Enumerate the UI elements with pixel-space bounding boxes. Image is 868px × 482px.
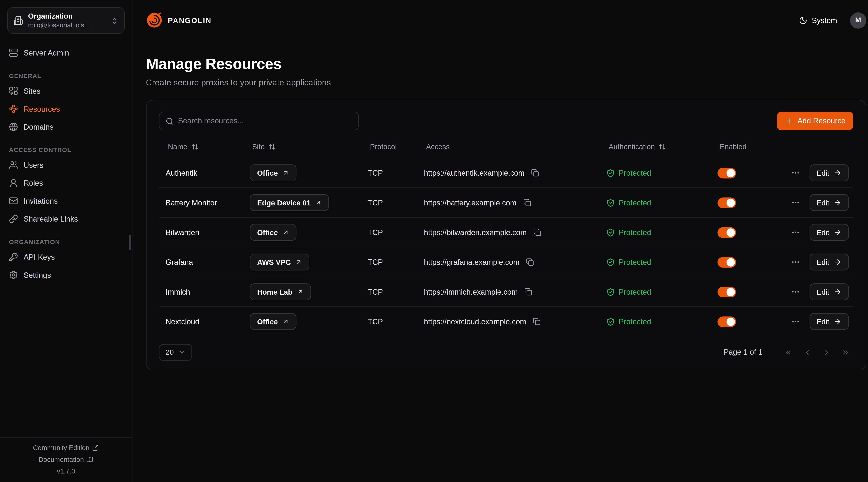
edit-button[interactable]: Edit	[809, 194, 849, 211]
copy-url-button[interactable]	[525, 257, 535, 267]
cell-enabled	[711, 247, 760, 277]
copy-icon	[533, 228, 541, 236]
site-link-button[interactable]: Office	[250, 164, 296, 181]
row-menu-button[interactable]	[790, 316, 801, 327]
enabled-toggle[interactable]	[717, 227, 736, 237]
theme-selector-button[interactable]: System	[799, 16, 837, 25]
sidebar-footer: Community Edition Documentation v1.7.0	[0, 437, 132, 482]
row-menu-button[interactable]	[790, 256, 801, 268]
row-menu-button[interactable]	[790, 227, 801, 238]
next-page-button[interactable]	[818, 344, 834, 360]
ellipsis-icon	[791, 198, 800, 207]
edit-button[interactable]: Edit	[809, 164, 849, 181]
access-url: https://bitwarden.example.com	[424, 228, 527, 237]
enabled-toggle[interactable]	[717, 286, 736, 297]
sidebar-item-server-admin[interactable]: Server Admin	[4, 44, 127, 62]
sidebar: Organization milo@fossorial.io's ... Ser…	[0, 0, 132, 482]
resource-table-body: Authentik Office TCP https://authentik.e…	[159, 158, 853, 336]
shield-check-icon	[607, 228, 615, 237]
avatar[interactable]: M	[850, 12, 866, 28]
copy-url-button[interactable]	[530, 168, 540, 178]
chevrons-up-down-icon	[111, 17, 118, 24]
site-link-button[interactable]: Edge Device 01	[250, 194, 329, 211]
access-url: https://grafana.example.com	[424, 258, 520, 266]
row-menu-button[interactable]	[790, 197, 801, 208]
search-input[interactable]	[178, 117, 352, 125]
previous-page-button[interactable]	[799, 344, 815, 360]
column-header-enabled: Enabled	[720, 142, 746, 151]
main-content: PANGOLIN System M Manage Resources Creat…	[132, 0, 868, 482]
site-name: Office	[257, 228, 278, 237]
sidebar-item-label: API Keys	[24, 253, 55, 261]
sidebar-item-sites[interactable]: Sites	[4, 82, 127, 100]
site-link-button[interactable]: Office	[250, 224, 296, 240]
first-page-button[interactable]	[780, 344, 796, 360]
toggle-knob	[726, 288, 735, 296]
sidebar-item-resources[interactable]: Resources	[4, 100, 127, 118]
page-size-select[interactable]: 20	[159, 344, 192, 360]
sidebar-item-label: Sites	[24, 87, 40, 95]
cell-actions: Edit	[760, 277, 854, 307]
page-size-value: 20	[166, 348, 174, 356]
site-link-button[interactable]: Office	[250, 313, 296, 330]
waypoints-icon	[9, 104, 18, 114]
enabled-toggle[interactable]	[717, 167, 736, 178]
copy-url-button[interactable]	[532, 317, 542, 327]
auth-status: Protected	[619, 288, 651, 296]
documentation-link[interactable]: Documentation	[38, 456, 93, 463]
sidebar-item-shareable-links[interactable]: Shareable Links	[4, 210, 127, 228]
cell-authentication: Protected	[600, 188, 711, 217]
enabled-toggle[interactable]	[717, 197, 736, 208]
edit-button[interactable]: Edit	[809, 254, 849, 270]
community-edition-link[interactable]: Community Edition	[33, 444, 99, 452]
row-menu-button[interactable]	[790, 286, 801, 297]
access-url: https://immich.example.com	[424, 288, 518, 296]
sort-by-name-button[interactable]: Name	[168, 142, 198, 151]
edit-button[interactable]: Edit	[809, 283, 849, 300]
cell-authentication: Protected	[600, 158, 711, 188]
sidebar-item-api-keys[interactable]: API Keys	[4, 248, 127, 266]
site-link-button[interactable]: Home Lab	[250, 283, 311, 300]
auth-status: Protected	[619, 228, 651, 237]
last-page-button[interactable]	[838, 344, 854, 360]
copy-url-button[interactable]	[523, 287, 533, 297]
enabled-toggle[interactable]	[717, 257, 736, 267]
shield-check-icon	[607, 198, 615, 207]
chevrons-left-icon	[784, 348, 792, 356]
table-row: Authentik Office TCP https://authentik.e…	[159, 158, 853, 188]
plus-icon	[785, 117, 794, 125]
sidebar-item-domains[interactable]: Domains	[4, 118, 127, 136]
pagination: Page 1 of 1	[723, 344, 853, 360]
arrow-right-icon	[834, 288, 841, 296]
card-toolbar: Add Resource	[159, 112, 853, 130]
chevron-right-icon	[823, 348, 830, 356]
sidebar-item-roles[interactable]: Roles	[4, 174, 127, 192]
edit-button[interactable]: Edit	[809, 313, 849, 330]
org-selector[interactable]: Organization milo@fossorial.io's ...	[7, 7, 125, 34]
brand: PANGOLIN	[146, 12, 212, 29]
sidebar-scrollbar-thumb[interactable]	[129, 234, 131, 250]
enabled-toggle[interactable]	[717, 316, 736, 327]
add-resource-button[interactable]: Add Resource	[777, 112, 853, 130]
row-menu-button[interactable]	[790, 167, 801, 179]
copy-url-button[interactable]	[532, 227, 542, 237]
edit-label: Edit	[817, 288, 829, 296]
moon-icon	[799, 16, 807, 25]
cell-site: Office	[243, 307, 361, 336]
sidebar-item-users[interactable]: Users	[4, 156, 127, 174]
cell-actions: Edit	[760, 247, 854, 277]
protocol-label: TCP	[368, 258, 383, 266]
copy-url-button[interactable]	[522, 197, 532, 207]
ellipsis-icon	[791, 168, 800, 177]
site-name: Office	[257, 318, 278, 326]
sort-by-site-button[interactable]: Site	[252, 142, 276, 151]
sort-by-authentication-button[interactable]: Authentication	[609, 142, 666, 151]
edit-button[interactable]: Edit	[809, 224, 849, 240]
toggle-knob	[726, 258, 735, 266]
gear-icon	[9, 270, 18, 280]
sidebar-item-settings[interactable]: Settings	[4, 266, 127, 284]
site-link-button[interactable]: AWS VPC	[250, 254, 309, 270]
sidebar-item-invitations[interactable]: Invitations	[4, 192, 127, 210]
version-label: v1.7.0	[57, 468, 75, 475]
cell-enabled	[711, 188, 760, 217]
